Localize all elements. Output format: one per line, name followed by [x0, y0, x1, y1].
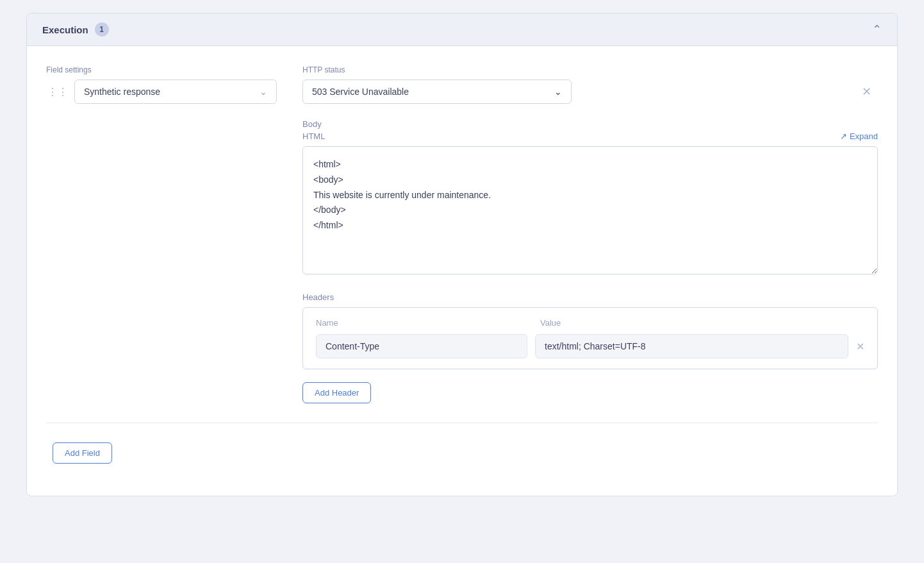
header-row-close-button[interactable]: ✕: [856, 340, 864, 353]
html-row: HTML ↗ Expand: [302, 131, 878, 141]
headers-cols: Name Value: [316, 318, 864, 328]
headers-box: Name Value ✕: [302, 307, 878, 369]
execution-title: Execution 1: [42, 22, 109, 37]
http-status-label: HTTP status: [302, 65, 878, 74]
main-body: Field settings ⋮⋮ Synthetic response ⌄ H…: [27, 46, 897, 496]
execution-label: Execution: [42, 24, 88, 35]
chevron-down-icon: ⌄: [260, 87, 267, 97]
add-header-button[interactable]: Add Header: [302, 382, 371, 403]
header-value-input[interactable]: [535, 334, 848, 358]
divider: [46, 423, 878, 423]
html-body-textarea[interactable]: [302, 146, 878, 274]
collapse-icon[interactable]: ⌃: [872, 22, 882, 37]
name-col-label: Name: [316, 318, 527, 328]
synthetic-response-value: Synthetic response: [84, 87, 160, 97]
headers-label: Headers: [302, 292, 878, 302]
execution-badge: 1: [95, 22, 109, 37]
expand-button[interactable]: ↗ Expand: [840, 131, 878, 141]
drag-handle-icon[interactable]: ⋮⋮: [46, 85, 69, 99]
headers-section: Headers Name Value ✕: [46, 292, 878, 369]
html-label: HTML: [302, 131, 325, 141]
http-status-col: HTTP status 503 Service Unavailable ⌄ ✕: [277, 65, 878, 104]
expand-label: Expand: [850, 131, 878, 141]
http-status-row: 503 Service Unavailable ⌄ ✕: [302, 80, 878, 104]
row-close-icon[interactable]: ✕: [862, 85, 871, 99]
field-row: ⋮⋮ Synthetic response ⌄: [46, 80, 277, 104]
top-row: Field settings ⋮⋮ Synthetic response ⌄ H…: [46, 65, 878, 104]
body-section: Body HTML ↗ Expand: [46, 119, 878, 277]
http-status-dropdown[interactable]: 503 Service Unavailable ⌄: [302, 80, 572, 104]
field-settings-label: Field settings: [46, 65, 277, 74]
add-field-button[interactable]: Add Field: [53, 442, 112, 464]
status-chevron-down-icon: ⌄: [554, 87, 562, 97]
field-settings-col: Field settings ⋮⋮ Synthetic response ⌄: [46, 65, 277, 104]
header-row: ✕: [316, 334, 864, 358]
main-container: Execution 1 ⌃ Field settings ⋮⋮ Syntheti…: [26, 13, 898, 496]
expand-icon: ↗: [840, 131, 847, 141]
execution-header: Execution 1 ⌃: [27, 13, 897, 46]
value-col-label: Value: [540, 318, 864, 328]
synthetic-response-dropdown[interactable]: Synthetic response ⌄: [74, 80, 277, 104]
body-label: Body: [302, 119, 878, 129]
add-field-row: Add Field: [46, 442, 878, 476]
header-name-input[interactable]: [316, 334, 527, 358]
http-status-value: 503 Service Unavailable: [312, 87, 409, 97]
add-header-row: Add Header: [46, 382, 878, 403]
